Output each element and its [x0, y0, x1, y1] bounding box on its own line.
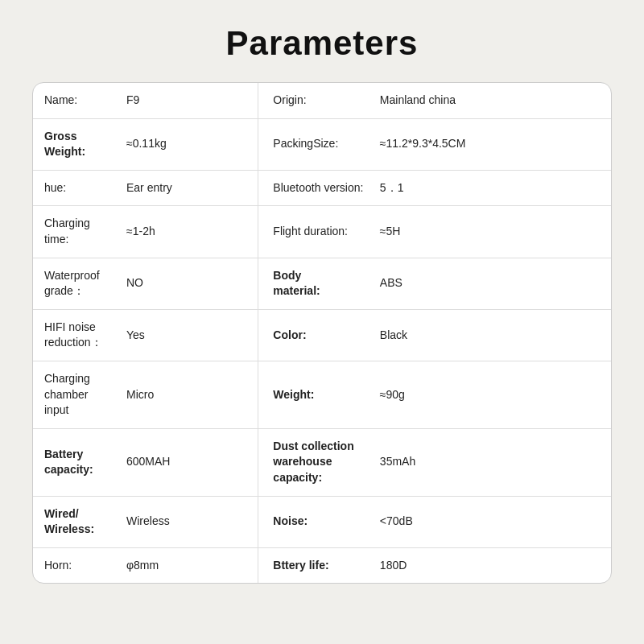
left-value: ≈0.11kg — [122, 118, 258, 170]
left-value: Wireless — [122, 496, 258, 547]
right-label: Noise: — [258, 496, 375, 547]
table-row: Gross Weight:≈0.11kgPackingSize:≈11.2*9.… — [33, 118, 611, 170]
left-label: Charging time: — [33, 206, 122, 258]
left-value: φ8mm — [122, 547, 258, 583]
left-value: Yes — [122, 309, 258, 361]
left-value: F9 — [122, 83, 258, 118]
left-label: Name: — [33, 83, 122, 118]
left-label: Waterproof grade： — [33, 258, 122, 309]
left-label: HIFI noise reduction： — [33, 309, 122, 361]
left-label: Charging chamber input — [33, 361, 122, 428]
right-label: Body material: — [258, 258, 375, 309]
left-label: hue: — [33, 170, 122, 206]
table-row: Charging chamber inputMicroWeight:≈90g — [33, 361, 611, 428]
right-value: Black — [375, 309, 611, 361]
left-value: ≈1-2h — [122, 206, 258, 258]
right-value: <70dB — [375, 496, 611, 547]
table-row: Wired/ Wireless:WirelessNoise:<70dB — [33, 496, 611, 547]
right-label: Weight: — [258, 361, 375, 428]
right-label: Dust collection warehouse capacity: — [258, 428, 375, 496]
right-value: 180D — [375, 547, 611, 583]
right-label: Origin: — [258, 83, 375, 118]
left-value: Micro — [122, 361, 258, 428]
left-label: Battery capacity: — [33, 428, 122, 496]
right-label: Bttery life: — [258, 547, 375, 583]
right-value: ABS — [375, 258, 611, 309]
table-row: Horn:φ8mmBttery life:180D — [33, 547, 611, 583]
table-row: Charging time:≈1-2hFlight duration:≈5H — [33, 206, 611, 258]
table-row: Name:F9Origin:Mainland china — [33, 83, 611, 118]
left-label: Gross Weight: — [33, 118, 122, 170]
table-row: Waterproof grade：NOBody material:ABS — [33, 258, 611, 309]
table-row: hue:Ear entryBluetooth version:5．1 — [33, 170, 611, 206]
left-value: 600MAH — [122, 428, 258, 496]
right-label: PackingSize: — [258, 118, 375, 170]
right-label: Color: — [258, 309, 375, 361]
right-value: 35mAh — [375, 428, 611, 496]
right-value: ≈5H — [375, 206, 611, 258]
right-label: Flight duration: — [258, 206, 375, 258]
left-value: Ear entry — [122, 170, 258, 206]
table-row: HIFI noise reduction：YesColor:Black — [33, 309, 611, 361]
right-value: ≈11.2*9.3*4.5CM — [375, 118, 611, 170]
page-title: Parameters — [226, 24, 419, 63]
left-label: Horn: — [33, 547, 122, 583]
right-value: ≈90g — [375, 361, 611, 428]
parameters-table: Name:F9Origin:Mainland chinaGross Weight… — [32, 82, 612, 584]
right-label: Bluetooth version: — [258, 170, 375, 206]
table-row: Battery capacity:600MAHDust collection w… — [33, 428, 611, 496]
left-value: NO — [122, 258, 258, 309]
right-value: Mainland china — [375, 83, 611, 118]
left-label: Wired/ Wireless: — [33, 496, 122, 547]
right-value: 5．1 — [375, 170, 611, 206]
